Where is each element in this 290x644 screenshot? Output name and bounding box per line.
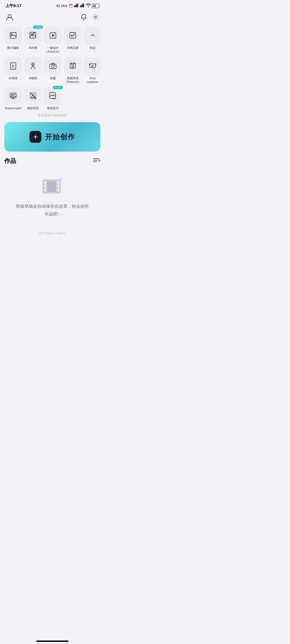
svg-rect-0 bbox=[74, 6, 75, 7]
svg-rect-12 bbox=[30, 32, 36, 38]
svg-rect-42 bbox=[57, 189, 59, 191]
hd-free-badge: Free bbox=[53, 86, 63, 89]
signal2-icon bbox=[80, 3, 85, 8]
tool-remove-bg[interactable]: 移除背景 bbox=[24, 87, 42, 110]
svg-text:Ai: Ai bbox=[32, 64, 34, 65]
works-sort-icon[interactable] bbox=[93, 157, 100, 165]
svg-rect-5 bbox=[81, 5, 82, 7]
free-badge: Free bbox=[33, 25, 43, 29]
user-profile-button[interactable] bbox=[5, 13, 14, 23]
tool-camera[interactable]: 拍摄 bbox=[44, 57, 62, 84]
notification-bell-icon[interactable] bbox=[80, 13, 88, 23]
header-actions bbox=[80, 13, 99, 23]
tool-hd-enhance-label: 画质提升 bbox=[47, 106, 59, 110]
status-bar: 上午8:17 81.1K/s ⏰ bbox=[0, 0, 105, 10]
svg-rect-4 bbox=[80, 6, 81, 7]
tool-retouch-label: 美颜美体 （Retouch） bbox=[64, 76, 81, 84]
tool-camera-label: 拍摄 bbox=[50, 76, 56, 80]
network-speed: 81.1K/s bbox=[56, 4, 67, 8]
tool-image-edit[interactable]: 图片编辑 bbox=[4, 27, 22, 54]
svg-rect-10 bbox=[10, 32, 16, 38]
tool-ai-poster-label: AI海报 bbox=[9, 76, 17, 80]
svg-marker-15 bbox=[52, 34, 55, 37]
svg-rect-20 bbox=[11, 67, 15, 68]
tool-ai-model[interactable]: Ai AI模特 bbox=[24, 57, 42, 84]
create-button[interactable]: + 开始创作 bbox=[4, 122, 100, 152]
settings-gear-icon[interactable] bbox=[92, 13, 99, 23]
tool-ai-product-label: AI商品图 bbox=[67, 46, 78, 50]
create-plus-icon: + bbox=[30, 131, 41, 143]
alarm-icon: ⏰ bbox=[68, 4, 73, 8]
svg-rect-37 bbox=[44, 181, 46, 184]
svg-point-24 bbox=[55, 65, 55, 65]
tool-autocut[interactable]: 一键成片 （AutoCut） bbox=[44, 27, 62, 54]
svg-line-30 bbox=[30, 93, 36, 99]
watermark: 图片字幕由合小助彩石 bbox=[0, 229, 105, 249]
tool-image-edit-label: 图片编辑 bbox=[7, 46, 19, 50]
svg-rect-38 bbox=[44, 185, 46, 187]
signal-icon bbox=[74, 3, 79, 8]
battery-icon: 43 bbox=[92, 4, 99, 8]
svg-rect-43 bbox=[47, 181, 56, 192]
svg-text:Ai: Ai bbox=[12, 64, 14, 67]
tools-row-2: Ai AI海报 Ai AI模特 bbox=[4, 57, 100, 84]
drag-hint: 长按拖动可调整顺序 bbox=[4, 113, 100, 118]
svg-rect-3 bbox=[77, 3, 78, 7]
svg-rect-2 bbox=[76, 4, 77, 7]
tool-retouch[interactable]: 美颜美体 （Retouch） bbox=[64, 57, 82, 84]
svg-rect-25 bbox=[70, 63, 75, 68]
tool-teleprompter[interactable]: Teleprompter bbox=[4, 87, 22, 110]
svg-point-9 bbox=[95, 16, 97, 18]
svg-rect-40 bbox=[57, 181, 59, 184]
svg-point-13 bbox=[31, 34, 32, 35]
works-empty-state: 剪辑草稿会自动保存在这里，快去创作 作品吧~ bbox=[4, 170, 100, 229]
svg-rect-1 bbox=[75, 5, 76, 7]
tool-auto-captions-label: Auto captions bbox=[84, 76, 102, 84]
svg-point-23 bbox=[52, 65, 54, 68]
works-title: 作品 bbox=[4, 157, 16, 165]
svg-rect-41 bbox=[57, 185, 59, 187]
status-right: 81.1K/s ⏰ 43 bbox=[56, 3, 99, 8]
tool-teleprompter-label: Teleprompter bbox=[5, 106, 22, 110]
film-icon bbox=[40, 176, 64, 197]
tool-ai-model-label: AI模特 bbox=[29, 76, 37, 80]
tool-ai-draw-label: AI作图 bbox=[29, 46, 37, 50]
tools-section: 图片编辑 Free AI作图 bbox=[0, 27, 105, 118]
create-section: + 开始创作 bbox=[0, 122, 105, 157]
svg-point-26 bbox=[72, 64, 74, 66]
create-text: 开始创作 bbox=[45, 132, 75, 142]
status-time: 上午8:17 bbox=[5, 3, 21, 8]
tool-ai-poster[interactable]: Ai AI海报 bbox=[4, 57, 22, 84]
header bbox=[0, 10, 105, 27]
tool-ai-draw[interactable]: Free AI作图 bbox=[24, 27, 42, 54]
svg-point-11 bbox=[11, 34, 12, 35]
tool-auto-captions[interactable]: Auto captions bbox=[84, 57, 102, 84]
tool-collapse-label: 收起 bbox=[90, 46, 96, 50]
svg-text:AI: AI bbox=[71, 34, 73, 37]
tool-autocut-label: 一键成片 （AutoCut） bbox=[45, 46, 61, 54]
tool-collapse[interactable]: 收起 bbox=[84, 27, 102, 54]
tool-ai-product[interactable]: AI AI商品图 bbox=[64, 27, 82, 54]
svg-rect-7 bbox=[83, 3, 84, 7]
tools-row-1: 图片编辑 Free AI作图 bbox=[4, 27, 100, 54]
tool-hd-enhance[interactable]: Free HD 画质提升 bbox=[44, 87, 62, 110]
wifi-icon bbox=[86, 3, 91, 8]
works-section: 作品 bbox=[0, 157, 105, 229]
tool-remove-bg-label: 移除背景 bbox=[27, 106, 39, 110]
svg-text:HD: HD bbox=[53, 98, 55, 100]
works-header: 作品 bbox=[4, 157, 100, 165]
svg-rect-6 bbox=[82, 4, 83, 7]
works-empty-hint: 剪辑草稿会自动保存在这里，快去创作 作品吧~ bbox=[16, 203, 89, 218]
svg-rect-39 bbox=[44, 189, 46, 191]
tools-row-3: Teleprompter 移除背景 Free HD bbox=[4, 87, 100, 110]
